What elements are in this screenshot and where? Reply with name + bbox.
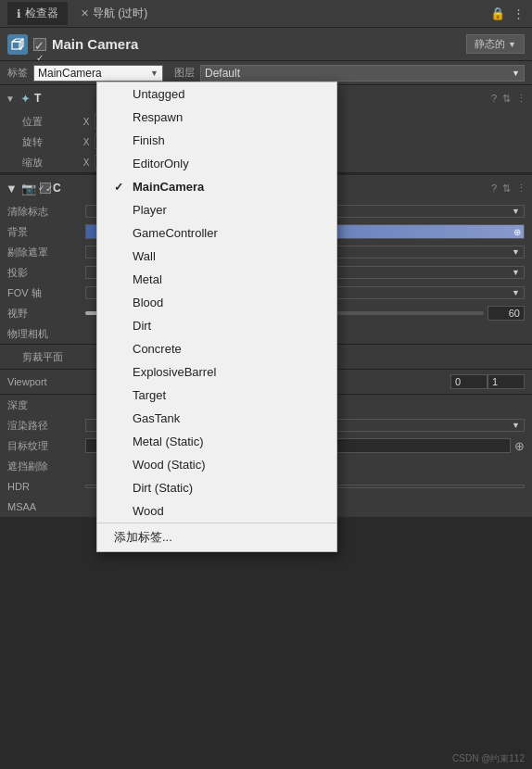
- dropdown-item-label: Respawn: [133, 110, 183, 124]
- cull-mask-chevron: ▼: [512, 247, 520, 257]
- dropdown-item-label: Finish: [133, 133, 165, 147]
- inspector-header: ✓ Main Camera 静态的 ▼: [0, 28, 532, 61]
- checkbox-cam[interactable]: ✓: [40, 183, 49, 194]
- static-label: 静态的: [475, 37, 505, 51]
- position-label: 位置: [22, 115, 78, 129]
- object-icon: [7, 34, 28, 55]
- dropdown-item[interactable]: Respawn: [97, 106, 336, 129]
- camera-actions: ? ⇅ ⋮: [491, 183, 526, 195]
- dropdown-item-label: EditorOnly: [133, 157, 189, 170]
- tag-dropdown[interactable]: MainCamera ▼: [33, 65, 163, 82]
- dropdown-item-label: ExplosiveBarrel: [133, 365, 216, 379]
- dropdown-item[interactable]: Concrete: [97, 337, 336, 360]
- dropdown-item-label: Metal (Static): [133, 435, 204, 448]
- target-texture-icon[interactable]: ⊕: [514, 439, 525, 453]
- object-name: Main Camera: [52, 36, 461, 52]
- dropdown-item[interactable]: Dirt: [97, 314, 336, 337]
- background-label: 背景: [7, 225, 82, 239]
- occlusion-label: 遮挡剔除: [7, 460, 82, 473]
- clipping-label: 剪裁平面: [22, 350, 96, 364]
- tab-navigation[interactable]: ✕ 导航 (过时): [71, 2, 157, 25]
- dropdown-item[interactable]: Untagged: [97, 82, 336, 106]
- dropdown-item-label: Target: [133, 388, 166, 402]
- transform-settings-icon[interactable]: ⇅: [502, 93, 511, 105]
- target-texture-label: 目标纹理: [7, 439, 82, 453]
- physical-camera-label: 物理相机: [7, 327, 82, 341]
- camera-help-icon[interactable]: ?: [491, 183, 497, 194]
- top-bar-actions: 🔒 ⋮: [490, 6, 525, 20]
- dropdown-item-label: Concrete: [133, 342, 182, 356]
- static-button[interactable]: 静态的 ▼: [466, 34, 525, 54]
- dropdown-item[interactable]: Target: [97, 384, 336, 407]
- dropdown-item[interactable]: Dirt (Static): [97, 476, 336, 499]
- transform-more-icon[interactable]: ⋮: [516, 93, 526, 105]
- dropdown-item-label: Dirt (Static): [133, 481, 193, 495]
- dropdown-item[interactable]: GasTank: [97, 407, 336, 430]
- viewport-label: Viewport: [7, 376, 47, 387]
- dropdown-item-label: Wall: [133, 249, 156, 263]
- camera-arrow: ▼: [6, 182, 18, 195]
- tab-inspector[interactable]: ℹ 检查器: [7, 2, 68, 25]
- viewport-near-val[interactable]: [450, 374, 488, 389]
- sx-label: X: [82, 158, 91, 168]
- dropdown-item[interactable]: Metal (Static): [97, 430, 336, 453]
- dropdown-item-label: Blood: [133, 296, 163, 309]
- tab-inspector-label: 检查器: [25, 6, 58, 21]
- projection-label: 投影: [7, 266, 82, 280]
- dropdown-item[interactable]: EditorOnly: [97, 152, 336, 175]
- tag-chevron: ▼: [150, 69, 158, 78]
- depth-label: 深度: [7, 398, 82, 412]
- scale-label: 缩放: [22, 156, 78, 170]
- transform-help-icon[interactable]: ?: [491, 93, 497, 104]
- dropdown-item-label: Wood: [133, 504, 164, 518]
- transform-actions: ? ⇅ ⋮: [491, 93, 526, 105]
- dropdown-item[interactable]: Player: [97, 198, 336, 221]
- close-icon: ✕: [81, 7, 89, 19]
- layer-dropdown[interactable]: Default ▼: [200, 65, 525, 82]
- watermark: CSDN @约束112: [452, 752, 525, 765]
- layer-chevron: ▼: [512, 69, 520, 78]
- dropdown-item[interactable]: Blood: [97, 291, 336, 314]
- dropdown-item-label: Dirt: [133, 319, 151, 333]
- transform-arrow: ▼: [6, 94, 15, 104]
- camera-icon: 📷: [21, 182, 36, 195]
- rx-label: X: [82, 137, 91, 147]
- tag-dropdown-menu: UntaggedRespawnFinishEditorOnly✓MainCame…: [96, 82, 337, 552]
- viewport-far-val[interactable]: [488, 374, 525, 389]
- dropdown-item[interactable]: GameController: [97, 221, 336, 245]
- dropdown-item-label: GameController: [133, 226, 218, 240]
- fov-axis-label: FOV 轴: [7, 286, 82, 300]
- tag-value: MainCamera: [38, 67, 102, 80]
- dropdown-item-label: Metal: [133, 272, 162, 286]
- rendering-path-label: 渲染路径: [7, 419, 82, 433]
- dropdown-item[interactable]: ExplosiveBarrel: [97, 360, 336, 384]
- clear-flags-chevron: ▼: [512, 207, 520, 216]
- dropdown-item[interactable]: Wall: [97, 245, 336, 268]
- lock-icon[interactable]: 🔒: [490, 6, 505, 20]
- dropdown-item[interactable]: Finish: [97, 129, 336, 152]
- dropdown-item[interactable]: Wood: [97, 499, 336, 523]
- dropdown-item-label: Untagged: [133, 87, 184, 101]
- layer-label: 图层: [174, 66, 195, 80]
- camera-more-icon[interactable]: ⋮: [516, 183, 526, 195]
- projection-chevron: ▼: [512, 268, 520, 277]
- fov-label: 视野: [7, 307, 82, 321]
- msaa-label: MSAA: [7, 501, 82, 512]
- add-tag-button[interactable]: 添加标签...: [97, 523, 336, 551]
- dropdown-item[interactable]: Wood (Static): [97, 453, 336, 476]
- info-icon: ℹ: [17, 7, 21, 20]
- more-icon[interactable]: ⋮: [513, 6, 525, 20]
- dropdown-item[interactable]: Metal: [97, 268, 336, 291]
- object-active-checkbox[interactable]: ✓: [33, 38, 46, 51]
- dropdown-item-label: Wood (Static): [133, 458, 206, 472]
- top-bar: ℹ 检查器 ✕ 导航 (过时) 🔒 ⋮: [0, 0, 532, 28]
- layer-value: Default: [205, 67, 240, 80]
- dropdown-item[interactable]: ✓MainCamera: [97, 175, 336, 198]
- rotation-label: 旋转: [22, 135, 78, 149]
- pick-icon: ⊕: [513, 225, 521, 238]
- camera-settings-icon[interactable]: ⇅: [502, 183, 511, 195]
- clear-flags-label: 清除标志: [7, 205, 82, 219]
- fov-value[interactable]: [488, 306, 525, 321]
- active-checkbox[interactable]: ✓: [33, 38, 46, 51]
- dropdown-item-label: GasTank: [133, 411, 180, 425]
